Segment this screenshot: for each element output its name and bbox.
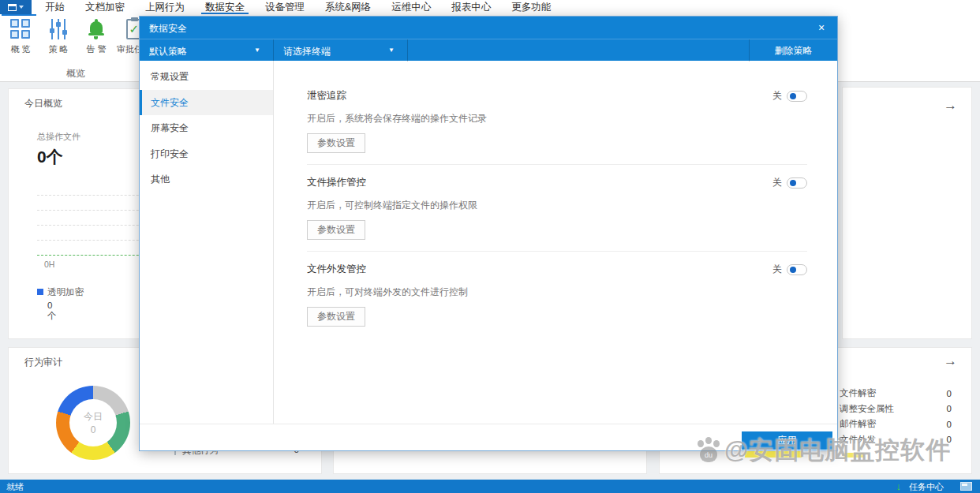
grid-icon bbox=[10, 19, 31, 39]
donut-center-value: 0 bbox=[91, 424, 96, 435]
section-title: 文件操作管控 bbox=[307, 176, 366, 189]
behavior-donut: 今日 0 bbox=[56, 386, 130, 460]
stat-label: 调整安全属性 bbox=[840, 403, 894, 415]
section-title: 泄密追踪 bbox=[307, 89, 346, 103]
status-ready-label: 就绪 bbox=[6, 481, 24, 493]
stat-row: 调整安全属性 0 bbox=[840, 401, 952, 417]
card-title: 行为审计 bbox=[24, 356, 62, 369]
ribbon-group-label: 概览 bbox=[0, 67, 151, 80]
bell-icon bbox=[88, 19, 105, 39]
tool-label: 概 览 bbox=[10, 43, 30, 55]
param-settings-button[interactable]: 参数设置 bbox=[307, 307, 365, 327]
sidebar-item-general[interactable]: 常规设置 bbox=[140, 64, 273, 90]
menu-item-doc-encrypt[interactable]: 文档加密 bbox=[75, 0, 135, 14]
param-settings-button[interactable]: 参数设置 bbox=[307, 220, 365, 240]
download-arrow-icon: ↓ bbox=[896, 480, 902, 492]
monitor-icon[interactable] bbox=[960, 482, 972, 491]
policy-dropdown[interactable]: 默认策略 ▼ bbox=[140, 39, 274, 62]
active-tool-indicator bbox=[2, 14, 36, 16]
dropdown-value: 默认策略 bbox=[149, 45, 187, 58]
chevron-down-icon bbox=[19, 6, 24, 9]
dropdown-value: 请选择终端 bbox=[283, 45, 331, 58]
stats-list: 文件解密 0 调整安全属性 0 邮件解密 0 文件外发 0 bbox=[840, 386, 952, 447]
apply-button[interactable]: 应用 bbox=[742, 431, 832, 450]
section-title: 文件外发管控 bbox=[307, 263, 366, 276]
legend-label: 透明加密 bbox=[47, 286, 84, 298]
dialog-sidebar: 常规设置 文件安全 屏幕安全 打印安全 其他 bbox=[140, 61, 274, 424]
menu-item-report-center[interactable]: 报表中心 bbox=[441, 0, 501, 14]
menu-bar: 开始 文档加密 上网行为 数据安全 设备管理 系统&网络 运维中心 报表中心 更… bbox=[0, 0, 980, 14]
leak-tracking-toggle[interactable]: 关 bbox=[772, 89, 807, 103]
chevron-down-icon: ▼ bbox=[254, 47, 260, 54]
tool-overview[interactable]: 概 览 bbox=[2, 17, 39, 55]
stat-value: 0 bbox=[947, 435, 952, 444]
toggle-state-label: 关 bbox=[772, 89, 782, 103]
section-description: 开启后，可对终端外发的文件进行控制 bbox=[307, 286, 807, 299]
app-window-icon bbox=[8, 4, 17, 11]
param-settings-button[interactable]: 参数设置 bbox=[307, 133, 365, 153]
dialog-footer: 应用 bbox=[140, 424, 837, 452]
toggle-knob bbox=[790, 267, 796, 273]
metric-label: 总操作文件 bbox=[37, 131, 80, 143]
terminal-dropdown[interactable]: 请选择终端 ▼ bbox=[274, 39, 408, 62]
sidebar-item-print-security[interactable]: 打印安全 bbox=[140, 141, 273, 167]
dialog-titlebar: 数据安全 × bbox=[140, 17, 837, 39]
menu-item-data-security[interactable]: 数据安全 bbox=[195, 0, 255, 14]
donut-center: 今日 0 bbox=[69, 399, 117, 446]
toggle-knob bbox=[790, 93, 796, 99]
toggle-switch[interactable] bbox=[787, 91, 807, 102]
file-operation-toggle[interactable]: 关 bbox=[772, 176, 807, 189]
section-file-operation: 文件操作管控 关 开启后，可控制终端指定文件的操作权限 参数设置 bbox=[307, 165, 807, 252]
menu-item-ops-center[interactable]: 运维中心 bbox=[381, 0, 441, 14]
stat-value: 0 bbox=[947, 389, 952, 398]
sidebar-item-other[interactable]: 其他 bbox=[140, 166, 273, 192]
toggle-switch[interactable] bbox=[787, 177, 807, 189]
application-window: 开始 文档加密 上网行为 数据安全 设备管理 系统&网络 运维中心 报表中心 更… bbox=[0, 0, 980, 493]
menu-item-device-mgmt[interactable]: 设备管理 bbox=[255, 0, 315, 14]
sliders-icon bbox=[49, 19, 68, 39]
dialog-content: 泄密追踪 关 开启后，系统将会保存终端的操作文件记录 参数设置 文件操作管控 关 bbox=[274, 61, 839, 424]
stat-row: 文件外发 0 bbox=[840, 432, 952, 448]
arrow-right-icon[interactable]: → bbox=[944, 99, 957, 112]
data-security-dialog: 数据安全 × 默认策略 ▼ 请选择终端 ▼ 删除策略 常规设置 文件安全 屏幕安… bbox=[139, 16, 838, 451]
file-outgoing-toggle[interactable]: 关 bbox=[772, 263, 807, 276]
chevron-down-icon: ▼ bbox=[388, 47, 395, 54]
sidebar-item-screen-security[interactable]: 屏幕安全 bbox=[140, 115, 273, 141]
section-description: 开启后，系统将会保存终端的操作文件记录 bbox=[307, 112, 807, 125]
stat-label: 邮件解密 bbox=[840, 418, 876, 430]
task-center-button[interactable]: 任务中心 bbox=[909, 481, 944, 493]
menu-items: 开始 文档加密 上网行为 数据安全 设备管理 系统&网络 运维中心 报表中心 更… bbox=[35, 0, 561, 14]
stat-value: 0 bbox=[947, 404, 952, 413]
right-top-card: → bbox=[842, 87, 972, 339]
toggle-switch[interactable] bbox=[787, 264, 807, 275]
stat-label: 文件解密 bbox=[840, 387, 876, 399]
dialog-filterbar: 默认策略 ▼ 请选择终端 ▼ 删除策略 bbox=[140, 39, 837, 61]
toggle-state-label: 关 bbox=[772, 263, 782, 276]
toggle-knob bbox=[790, 180, 796, 186]
menu-item-more-features[interactable]: 更多功能 bbox=[501, 0, 561, 14]
sidebar-item-file-security[interactable]: 文件安全 bbox=[140, 90, 273, 116]
stat-value: 0 bbox=[947, 420, 952, 429]
close-icon[interactable]: × bbox=[812, 19, 831, 36]
status-bar: 就绪 ↓ 任务中心 bbox=[0, 480, 980, 493]
section-file-outgoing: 文件外发管控 关 开启后，可对终端外发的文件进行控制 参数设置 bbox=[307, 252, 807, 338]
arrow-right-icon[interactable]: → bbox=[944, 354, 957, 368]
section-description: 开启后，可控制终端指定文件的操作权限 bbox=[307, 199, 807, 212]
menu-item-start[interactable]: 开始 bbox=[35, 0, 75, 14]
stat-label: 文件外发 bbox=[840, 434, 876, 446]
delete-policy-button[interactable]: 删除策略 bbox=[749, 39, 837, 62]
dialog-body: 常规设置 文件安全 屏幕安全 打印安全 其他 泄密追踪 关 开启后，系统将会保存… bbox=[140, 61, 837, 424]
tool-policy[interactable]: 策 略 bbox=[39, 17, 77, 55]
dialog-title: 数据安全 bbox=[149, 22, 187, 35]
stat-row: 邮件解密 0 bbox=[840, 416, 952, 432]
tool-alert[interactable]: 告 警 bbox=[77, 17, 115, 55]
legend-swatch bbox=[37, 289, 43, 295]
tool-label: 告 警 bbox=[86, 43, 106, 55]
card-title: 今日概览 bbox=[24, 97, 62, 110]
menu-item-web-behavior[interactable]: 上网行为 bbox=[135, 0, 195, 14]
app-menu-button[interactable] bbox=[0, 0, 32, 14]
toggle-state-label: 关 bbox=[772, 176, 782, 189]
x-axis-label: 0H bbox=[44, 260, 54, 269]
stat-row: 文件解密 0 bbox=[840, 386, 952, 401]
menu-item-system-network[interactable]: 系统&网络 bbox=[315, 0, 381, 14]
